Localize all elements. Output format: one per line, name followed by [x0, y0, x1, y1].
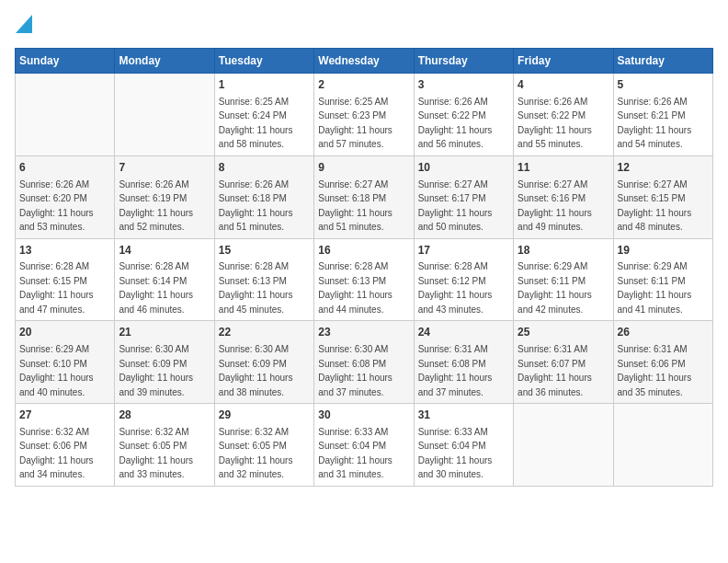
day-number: 19 — [618, 243, 709, 259]
calendar-cell: 1Sunrise: 6:25 AMSunset: 6:24 PMDaylight… — [214, 74, 313, 156]
day-detail: Sunrise: 6:28 AMSunset: 6:13 PMDaylight:… — [219, 261, 293, 315]
day-detail: Sunrise: 6:33 AMSunset: 6:04 PMDaylight:… — [418, 427, 493, 480]
calendar-cell — [115, 74, 214, 156]
calendar-cell: 11Sunrise: 6:27 AMSunset: 6:16 PMDayligh… — [514, 155, 613, 238]
day-detail: Sunrise: 6:31 AMSunset: 6:06 PMDaylight:… — [618, 344, 692, 397]
day-detail: Sunrise: 6:28 AMSunset: 6:15 PMDaylight:… — [19, 261, 94, 315]
calendar-cell: 2Sunrise: 6:25 AMSunset: 6:23 PMDaylight… — [314, 74, 414, 156]
day-number: 15 — [219, 243, 310, 259]
calendar-cell: 20Sunrise: 6:29 AMSunset: 6:10 PMDayligh… — [16, 321, 115, 404]
day-detail: Sunrise: 6:30 AMSunset: 6:09 PMDaylight:… — [119, 344, 193, 397]
day-detail: Sunrise: 6:32 AMSunset: 6:05 PMDaylight:… — [219, 427, 293, 480]
calendar-cell: 7Sunrise: 6:26 AMSunset: 6:19 PMDaylight… — [115, 155, 214, 238]
calendar-cell: 10Sunrise: 6:27 AMSunset: 6:17 PMDayligh… — [414, 155, 513, 238]
svg-marker-0 — [16, 15, 32, 33]
day-detail: Sunrise: 6:26 AMSunset: 6:20 PMDaylight:… — [19, 179, 94, 233]
calendar-cell — [514, 404, 613, 487]
calendar-cell: 17Sunrise: 6:28 AMSunset: 6:12 PMDayligh… — [414, 238, 513, 321]
calendar-cell: 29Sunrise: 6:32 AMSunset: 6:05 PMDayligh… — [214, 404, 313, 487]
day-number: 24 — [418, 325, 509, 340]
day-detail: Sunrise: 6:28 AMSunset: 6:13 PMDaylight:… — [318, 261, 392, 315]
day-detail: Sunrise: 6:26 AMSunset: 6:19 PMDaylight:… — [119, 179, 193, 233]
calendar-cell: 5Sunrise: 6:26 AMSunset: 6:21 PMDaylight… — [613, 74, 712, 156]
calendar-week-row: 6Sunrise: 6:26 AMSunset: 6:20 PMDaylight… — [16, 155, 713, 238]
day-number: 29 — [219, 408, 310, 423]
day-detail: Sunrise: 6:25 AMSunset: 6:23 PMDaylight:… — [318, 97, 392, 150]
day-detail: Sunrise: 6:32 AMSunset: 6:06 PMDaylight:… — [19, 427, 94, 480]
calendar-cell: 6Sunrise: 6:26 AMSunset: 6:20 PMDaylight… — [16, 155, 115, 238]
day-detail: Sunrise: 6:32 AMSunset: 6:05 PMDaylight:… — [119, 427, 193, 480]
weekday-header-tuesday: Tuesday — [214, 49, 313, 74]
calendar-cell: 30Sunrise: 6:33 AMSunset: 6:04 PMDayligh… — [314, 404, 414, 487]
weekday-header-thursday: Thursday — [414, 49, 513, 74]
weekday-header-monday: Monday — [115, 49, 214, 74]
day-number: 14 — [119, 243, 210, 259]
calendar-cell: 4Sunrise: 6:26 AMSunset: 6:22 PMDaylight… — [514, 74, 613, 156]
calendar-cell: 8Sunrise: 6:26 AMSunset: 6:18 PMDaylight… — [214, 155, 313, 238]
day-number: 31 — [418, 408, 509, 423]
calendar-table: SundayMondayTuesdayWednesdayThursdayFrid… — [15, 48, 713, 487]
day-number: 8 — [219, 160, 310, 176]
day-number: 30 — [318, 408, 409, 423]
day-detail: Sunrise: 6:29 AMSunset: 6:10 PMDaylight:… — [19, 344, 94, 397]
calendar-cell: 13Sunrise: 6:28 AMSunset: 6:15 PMDayligh… — [16, 238, 115, 321]
day-number: 9 — [318, 160, 409, 176]
day-detail: Sunrise: 6:26 AMSunset: 6:22 PMDaylight:… — [518, 97, 592, 150]
calendar-cell: 23Sunrise: 6:30 AMSunset: 6:08 PMDayligh… — [314, 321, 414, 404]
day-detail: Sunrise: 6:26 AMSunset: 6:18 PMDaylight:… — [219, 179, 293, 233]
calendar-cell: 31Sunrise: 6:33 AMSunset: 6:04 PMDayligh… — [414, 404, 513, 487]
day-detail: Sunrise: 6:29 AMSunset: 6:11 PMDaylight:… — [618, 261, 692, 315]
calendar-cell: 15Sunrise: 6:28 AMSunset: 6:13 PMDayligh… — [214, 238, 313, 321]
day-number: 26 — [618, 325, 709, 340]
calendar-cell: 28Sunrise: 6:32 AMSunset: 6:05 PMDayligh… — [115, 404, 214, 487]
calendar-cell: 16Sunrise: 6:28 AMSunset: 6:13 PMDayligh… — [314, 238, 414, 321]
calendar-cell: 25Sunrise: 6:31 AMSunset: 6:07 PMDayligh… — [514, 321, 613, 404]
day-number: 21 — [119, 325, 210, 340]
day-number: 13 — [19, 243, 110, 259]
calendar-cell: 24Sunrise: 6:31 AMSunset: 6:08 PMDayligh… — [414, 321, 513, 404]
day-detail: Sunrise: 6:30 AMSunset: 6:09 PMDaylight:… — [219, 344, 293, 397]
day-detail: Sunrise: 6:27 AMSunset: 6:18 PMDaylight:… — [318, 179, 392, 233]
day-detail: Sunrise: 6:31 AMSunset: 6:08 PMDaylight:… — [418, 344, 493, 397]
day-detail: Sunrise: 6:33 AMSunset: 6:04 PMDaylight:… — [318, 427, 392, 480]
day-detail: Sunrise: 6:26 AMSunset: 6:21 PMDaylight:… — [618, 97, 692, 150]
calendar-cell — [16, 74, 115, 156]
weekday-header-friday: Friday — [514, 49, 613, 74]
day-number: 6 — [19, 160, 110, 176]
day-number: 12 — [618, 160, 709, 176]
day-detail: Sunrise: 6:29 AMSunset: 6:11 PMDaylight:… — [518, 261, 592, 315]
calendar-week-row: 27Sunrise: 6:32 AMSunset: 6:06 PMDayligh… — [16, 404, 713, 487]
day-number: 1 — [219, 77, 310, 93]
day-number: 28 — [119, 408, 210, 423]
day-number: 17 — [418, 243, 509, 259]
day-detail: Sunrise: 6:31 AMSunset: 6:07 PMDaylight:… — [518, 344, 592, 397]
page-header — [15, 15, 713, 39]
day-detail: Sunrise: 6:25 AMSunset: 6:24 PMDaylight:… — [219, 97, 293, 150]
day-number: 3 — [418, 77, 509, 93]
logo — [15, 15, 33, 39]
calendar-cell: 19Sunrise: 6:29 AMSunset: 6:11 PMDayligh… — [613, 238, 712, 321]
weekday-header-wednesday: Wednesday — [314, 49, 414, 74]
calendar-cell: 21Sunrise: 6:30 AMSunset: 6:09 PMDayligh… — [115, 321, 214, 404]
calendar-cell — [613, 404, 712, 487]
calendar-cell: 12Sunrise: 6:27 AMSunset: 6:15 PMDayligh… — [613, 155, 712, 238]
day-detail: Sunrise: 6:27 AMSunset: 6:15 PMDaylight:… — [618, 179, 692, 233]
calendar-cell: 27Sunrise: 6:32 AMSunset: 6:06 PMDayligh… — [16, 404, 115, 487]
day-number: 22 — [219, 325, 310, 340]
calendar-cell: 22Sunrise: 6:30 AMSunset: 6:09 PMDayligh… — [214, 321, 313, 404]
day-detail: Sunrise: 6:26 AMSunset: 6:22 PMDaylight:… — [418, 97, 493, 150]
weekday-header-sunday: Sunday — [16, 49, 115, 74]
day-detail: Sunrise: 6:28 AMSunset: 6:12 PMDaylight:… — [418, 261, 493, 315]
day-number: 25 — [518, 325, 609, 340]
day-number: 10 — [418, 160, 509, 176]
calendar-week-row: 1Sunrise: 6:25 AMSunset: 6:24 PMDaylight… — [16, 74, 713, 156]
day-detail: Sunrise: 6:30 AMSunset: 6:08 PMDaylight:… — [318, 344, 392, 397]
day-number: 2 — [318, 77, 409, 93]
calendar-cell: 18Sunrise: 6:29 AMSunset: 6:11 PMDayligh… — [514, 238, 613, 321]
calendar-cell: 3Sunrise: 6:26 AMSunset: 6:22 PMDaylight… — [414, 74, 513, 156]
weekday-header-saturday: Saturday — [613, 49, 712, 74]
day-number: 11 — [518, 160, 609, 176]
calendar-cell: 9Sunrise: 6:27 AMSunset: 6:18 PMDaylight… — [314, 155, 414, 238]
day-number: 16 — [318, 243, 409, 259]
day-number: 4 — [518, 77, 609, 93]
